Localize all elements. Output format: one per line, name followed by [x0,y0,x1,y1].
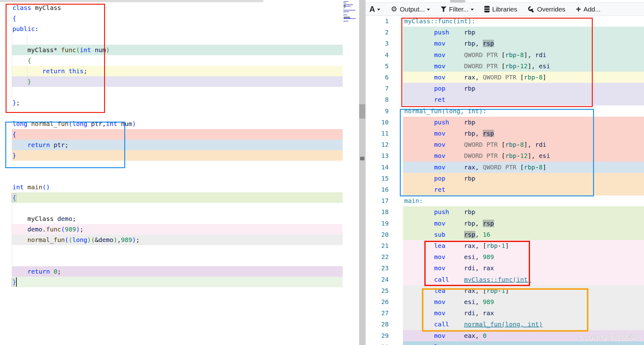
code-token: eax [464,332,475,339]
asm-line-17[interactable]: main: [403,195,644,207]
source-line-23[interactable]: normal_fun((long)(&demo),989); [12,235,343,245]
output-label: Output... [400,6,425,13]
libraries-icon [484,6,490,12]
libraries-button[interactable]: Libraries [484,6,517,13]
source-line-20[interactable] [12,203,343,213]
splitter-drag-handle[interactable] [360,157,364,160]
asm-line-number-17: 17 [366,195,389,207]
font-size-button[interactable]: A [369,5,380,14]
wrench-icon [528,6,535,13]
code-token: normal_fun [27,236,65,244]
selected-word-highlight: rsp [483,220,494,227]
asm-line-number-13: 13 [366,150,389,162]
output-button[interactable]: ⚙ Output... [391,6,430,13]
asm-toolbar: A ⚙ Output... Filter... Libraries Overri… [366,2,644,16]
asm-line-19[interactable]: mov rbp, rsp [403,218,644,229]
libraries-label: Libraries [492,6,517,13]
blue-box-normalfun-source [5,122,125,168]
text-cursor [16,277,17,287]
asm-line-number-1: 1 [366,16,389,27]
code-token [445,220,464,227]
code-token [404,343,434,345]
asm-line-number-30: 30 [366,341,389,345]
code-token: , [475,220,483,227]
asm-line-number-5: 5 [366,60,389,72]
source-line-22[interactable]: demo.func(989); [12,224,343,235]
code-token [449,208,464,216]
minimap-line [344,7,345,7]
minimap-line [344,15,344,16]
minimap-line [344,10,355,11]
asm-line-number-16: 16 [366,184,389,195]
code-token: & [95,236,98,244]
pane-splitter[interactable] [359,0,365,345]
code-token: rbp [464,220,475,227]
code-token: ( [91,236,95,244]
code-token: . [42,226,46,233]
code-token: int [12,183,24,191]
minimap-line [344,21,344,22]
source-line-26[interactable]: return 0; [12,266,343,277]
asm-horizontal-scrollbar[interactable] [450,0,465,2]
code-token: ) [106,46,110,54]
source-line-17[interactable] [12,171,343,182]
filter-funnel-icon [441,7,446,12]
code-token: 0 [53,268,57,275]
code-token: myClass [27,215,53,222]
code-token: ; [72,215,76,222]
overrides-button[interactable]: Overrides [528,6,565,13]
code-token: main [27,183,42,191]
code-token [50,268,53,275]
code-token [404,208,434,216]
code-token: ; [57,268,61,275]
source-line-18[interactable]: int main() [12,182,343,192]
asm-line-number-14: 14 [366,162,389,173]
splitter-scrollbar-thumb[interactable] [359,104,365,119]
orange-box-call-normalfun-asm [422,288,588,332]
add-button[interactable]: + Add... [576,5,601,14]
code-token [53,215,57,222]
gear-icon: ⚙ [391,6,397,13]
compiler-explorer-screen: class myClass{public: myClass* func(int … [0,0,644,345]
asm-line-number-20: 20 [366,229,389,240]
minimap[interactable] [344,1,357,20]
chevron-down-icon [471,9,474,11]
code-token [24,183,27,191]
asm-line-number-6: 6 [366,72,389,83]
asm-line-number-25: 25 [366,285,389,297]
asm-line-number-28: 28 [366,319,389,330]
code-token [404,220,434,227]
asm-line-20[interactable]: sub rsp, 16 [403,229,644,240]
red-box-func-asm [401,18,593,107]
asm-line-number-12: 12 [366,139,389,150]
code-token: main: [404,197,423,204]
code-token: 989 [65,226,76,233]
code-token [445,231,464,238]
asm-line-18[interactable]: push rbp [403,206,644,218]
code-token: , [475,231,483,238]
asm-line-number-7: 7 [366,83,389,94]
source-line-27[interactable]: } [12,277,343,287]
watermark: CSDN @专注跳桑巴 [578,333,641,342]
blue-box-normalfun-asm [400,109,594,196]
source-horizontal-scrollbar[interactable] [0,0,263,2]
code-token: 989 [121,236,132,244]
source-line-25[interactable] [12,256,343,266]
asm-line-number-29: 29 [366,330,389,342]
asm-line-number-26: 26 [366,296,389,308]
code-token: ; [136,236,139,244]
asm-line-number-23: 23 [366,262,389,274]
minimap-line [344,12,344,13]
source-line-21[interactable]: myClass demo; [12,213,343,224]
filter-button[interactable]: Filter... [441,6,474,13]
code-token: ) [87,236,91,244]
code-token: sub [434,231,445,238]
code-token: ) [132,120,136,128]
plus-icon: + [576,5,581,14]
code-token: ( [65,236,69,244]
code-token: , [117,236,121,244]
source-line-24[interactable] [12,245,343,256]
chevron-down-icon [427,9,430,11]
source-line-19[interactable]: { [12,192,343,203]
code-token: ) [113,236,117,244]
